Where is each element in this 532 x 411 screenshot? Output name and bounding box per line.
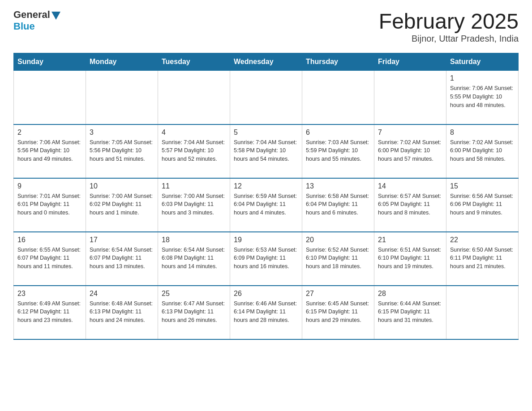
- day-cell: 10Sunrise: 7:00 AM Sunset: 6:02 PM Dayli…: [86, 178, 158, 232]
- day-info: Sunrise: 6:59 AM Sunset: 6:04 PM Dayligh…: [234, 192, 298, 217]
- day-info: Sunrise: 6:52 AM Sunset: 6:10 PM Dayligh…: [306, 246, 370, 271]
- day-cell: [230, 71, 302, 124]
- day-cell: [14, 71, 86, 124]
- day-cell: 1Sunrise: 7:06 AM Sunset: 5:55 PM Daylig…: [446, 71, 519, 124]
- logo-general-text: General: [13, 9, 50, 21]
- day-number: 22: [450, 236, 515, 244]
- day-number: 17: [90, 236, 154, 244]
- day-number: 3: [90, 128, 154, 137]
- day-info: Sunrise: 6:58 AM Sunset: 6:04 PM Dayligh…: [306, 192, 370, 217]
- header-tuesday: Tuesday: [158, 53, 230, 71]
- day-cell: 15Sunrise: 6:56 AM Sunset: 6:06 PM Dayli…: [446, 178, 519, 232]
- day-number: 27: [306, 290, 370, 298]
- day-number: 7: [378, 128, 442, 137]
- day-number: 23: [17, 290, 82, 298]
- day-info: Sunrise: 7:06 AM Sunset: 5:56 PM Dayligh…: [17, 138, 82, 163]
- day-number: 14: [378, 182, 442, 190]
- header-friday: Friday: [374, 53, 446, 71]
- day-cell: [86, 71, 158, 124]
- day-cell: 21Sunrise: 6:51 AM Sunset: 6:10 PM Dayli…: [374, 232, 446, 286]
- day-cell: 12Sunrise: 6:59 AM Sunset: 6:04 PM Dayli…: [230, 178, 302, 232]
- day-cell: [158, 71, 230, 124]
- day-number: 8: [450, 128, 515, 137]
- day-cell: 24Sunrise: 6:48 AM Sunset: 6:13 PM Dayli…: [86, 286, 158, 339]
- week-row-2: 2Sunrise: 7:06 AM Sunset: 5:56 PM Daylig…: [14, 124, 519, 178]
- day-number: 2: [17, 128, 82, 137]
- day-cell: 20Sunrise: 6:52 AM Sunset: 6:10 PM Dayli…: [302, 232, 374, 286]
- calendar-subtitle: Bijnor, Uttar Pradesh, India: [379, 34, 519, 44]
- day-info: Sunrise: 6:47 AM Sunset: 6:13 PM Dayligh…: [162, 300, 226, 325]
- day-number: 28: [378, 290, 442, 298]
- day-number: 13: [306, 182, 370, 190]
- day-info: Sunrise: 6:55 AM Sunset: 6:07 PM Dayligh…: [17, 246, 82, 271]
- week-row-1: 1Sunrise: 7:06 AM Sunset: 5:55 PM Daylig…: [14, 71, 519, 124]
- day-cell: 3Sunrise: 7:05 AM Sunset: 5:56 PM Daylig…: [86, 124, 158, 178]
- day-cell: 27Sunrise: 6:45 AM Sunset: 6:15 PM Dayli…: [302, 286, 374, 339]
- calendar-table: SundayMondayTuesdayWednesdayThursdayFrid…: [13, 53, 519, 340]
- day-cell: 2Sunrise: 7:06 AM Sunset: 5:56 PM Daylig…: [14, 124, 86, 178]
- day-number: 19: [234, 236, 298, 244]
- day-number: 24: [90, 290, 154, 298]
- day-number: 11: [162, 182, 226, 190]
- week-row-5: 23Sunrise: 6:49 AM Sunset: 6:12 PM Dayli…: [14, 286, 519, 339]
- day-cell: 13Sunrise: 6:58 AM Sunset: 6:04 PM Dayli…: [302, 178, 374, 232]
- logo-arrow-icon: [51, 12, 60, 20]
- calendar-title: February 2025: [379, 9, 519, 34]
- day-info: Sunrise: 6:57 AM Sunset: 6:05 PM Dayligh…: [378, 192, 442, 217]
- header-monday: Monday: [86, 53, 158, 71]
- day-info: Sunrise: 7:04 AM Sunset: 5:57 PM Dayligh…: [162, 138, 226, 163]
- day-number: 6: [306, 128, 370, 137]
- day-cell: 23Sunrise: 6:49 AM Sunset: 6:12 PM Dayli…: [14, 286, 86, 339]
- day-info: Sunrise: 6:56 AM Sunset: 6:06 PM Dayligh…: [450, 192, 515, 217]
- day-info: Sunrise: 6:50 AM Sunset: 6:11 PM Dayligh…: [450, 246, 515, 271]
- day-cell: 28Sunrise: 6:44 AM Sunset: 6:15 PM Dayli…: [374, 286, 446, 339]
- day-number: 21: [378, 236, 442, 244]
- day-cell: 19Sunrise: 6:53 AM Sunset: 6:09 PM Dayli…: [230, 232, 302, 286]
- day-info: Sunrise: 7:04 AM Sunset: 5:58 PM Dayligh…: [234, 138, 298, 163]
- day-cell: 22Sunrise: 6:50 AM Sunset: 6:11 PM Dayli…: [446, 232, 519, 286]
- day-cell: 16Sunrise: 6:55 AM Sunset: 6:07 PM Dayli…: [14, 232, 86, 286]
- day-info: Sunrise: 7:00 AM Sunset: 6:03 PM Dayligh…: [162, 192, 226, 217]
- day-cell: 5Sunrise: 7:04 AM Sunset: 5:58 PM Daylig…: [230, 124, 302, 178]
- day-cell: [446, 286, 519, 339]
- day-cell: 6Sunrise: 7:03 AM Sunset: 5:59 PM Daylig…: [302, 124, 374, 178]
- day-number: 1: [450, 74, 515, 82]
- day-info: Sunrise: 6:46 AM Sunset: 6:14 PM Dayligh…: [234, 300, 298, 325]
- day-info: Sunrise: 6:51 AM Sunset: 6:10 PM Dayligh…: [378, 246, 442, 271]
- day-info: Sunrise: 6:44 AM Sunset: 6:15 PM Dayligh…: [378, 300, 442, 325]
- day-info: Sunrise: 6:49 AM Sunset: 6:12 PM Dayligh…: [17, 300, 82, 325]
- header-saturday: Saturday: [446, 53, 519, 71]
- day-info: Sunrise: 7:05 AM Sunset: 5:56 PM Dayligh…: [90, 138, 154, 163]
- page-header: General Blue February 2025 Bijnor, Uttar…: [13, 9, 519, 44]
- day-number: 20: [306, 236, 370, 244]
- week-row-4: 16Sunrise: 6:55 AM Sunset: 6:07 PM Dayli…: [14, 232, 519, 286]
- day-info: Sunrise: 6:45 AM Sunset: 6:15 PM Dayligh…: [306, 300, 370, 325]
- day-number: 4: [162, 128, 226, 137]
- day-info: Sunrise: 7:03 AM Sunset: 5:59 PM Dayligh…: [306, 138, 370, 163]
- header-wednesday: Wednesday: [230, 53, 302, 71]
- header-thursday: Thursday: [302, 53, 374, 71]
- day-info: Sunrise: 6:48 AM Sunset: 6:13 PM Dayligh…: [90, 300, 154, 325]
- day-info: Sunrise: 7:00 AM Sunset: 6:02 PM Dayligh…: [90, 192, 154, 217]
- day-number: 16: [17, 236, 82, 244]
- calendar-body: 1Sunrise: 7:06 AM Sunset: 5:55 PM Daylig…: [14, 71, 519, 339]
- day-number: 12: [234, 182, 298, 190]
- day-cell: 26Sunrise: 6:46 AM Sunset: 6:14 PM Dayli…: [230, 286, 302, 339]
- day-number: 5: [234, 128, 298, 137]
- day-headers-row: SundayMondayTuesdayWednesdayThursdayFrid…: [14, 53, 519, 71]
- day-number: 9: [17, 182, 82, 190]
- logo-blue-text: Blue: [13, 21, 35, 32]
- day-cell: 11Sunrise: 7:00 AM Sunset: 6:03 PM Dayli…: [158, 178, 230, 232]
- day-info: Sunrise: 6:54 AM Sunset: 6:08 PM Dayligh…: [162, 246, 226, 271]
- day-cell: 25Sunrise: 6:47 AM Sunset: 6:13 PM Dayli…: [158, 286, 230, 339]
- logo: General Blue: [13, 9, 60, 32]
- day-info: Sunrise: 7:02 AM Sunset: 6:00 PM Dayligh…: [378, 138, 442, 163]
- day-info: Sunrise: 7:06 AM Sunset: 5:55 PM Dayligh…: [450, 84, 515, 109]
- day-info: Sunrise: 7:01 AM Sunset: 6:01 PM Dayligh…: [17, 192, 82, 217]
- day-cell: 7Sunrise: 7:02 AM Sunset: 6:00 PM Daylig…: [374, 124, 446, 178]
- week-row-3: 9Sunrise: 7:01 AM Sunset: 6:01 PM Daylig…: [14, 178, 519, 232]
- day-cell: 9Sunrise: 7:01 AM Sunset: 6:01 PM Daylig…: [14, 178, 86, 232]
- day-number: 25: [162, 290, 226, 298]
- day-info: Sunrise: 6:53 AM Sunset: 6:09 PM Dayligh…: [234, 246, 298, 271]
- title-block: February 2025 Bijnor, Uttar Pradesh, Ind…: [379, 9, 519, 44]
